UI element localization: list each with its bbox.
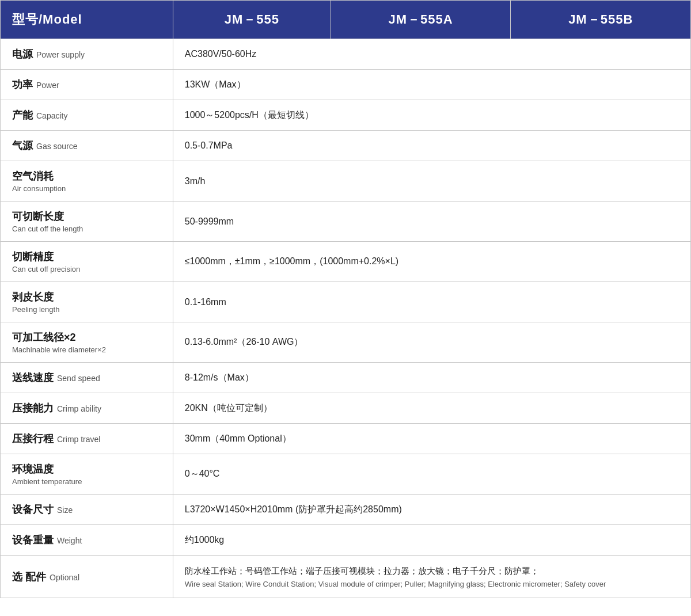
label-cell-cut-length: 可切断长度Can cut off the length: [1, 201, 173, 242]
table-row: 送线速度Send speed8-12m/s（Max）: [1, 363, 691, 393]
label-cell-capacity: 产能Capacity: [1, 100, 173, 131]
label-cell-cut-precision: 切断精度Can cut off precision: [1, 242, 173, 282]
value-cell-size: L3720×W1450×H2010mm (防护罩升起高约2850mm): [173, 495, 690, 525]
label-cell-gas-source: 气源Gas source: [1, 131, 173, 161]
value-cell-power-supply: AC380V/50-60Hz: [173, 39, 690, 70]
table-row: 设备重量Weight约1000kg: [1, 525, 691, 556]
value-text-air-consumption: 3m/h: [185, 176, 206, 186]
label-zh-optional: 选 配件: [12, 571, 46, 583]
label-zh-ambient-temp: 环境温度: [12, 462, 164, 476]
label-cell-power-supply: 电源Power supply: [1, 39, 173, 70]
label-zh-wire-diameter: 可加工线径×2: [12, 330, 164, 344]
label-cell-send-speed: 送线速度Send speed: [1, 363, 173, 393]
optional-en: Wire seal Station; Wire Conduit Station;…: [185, 580, 606, 588]
label-en-wire-diameter: Machinable wire diameter×2: [12, 345, 164, 354]
label-en-capacity: Capacity: [36, 111, 67, 120]
label-en-weight: Weight: [57, 536, 82, 545]
label-en-peel-length: Peeling length: [12, 305, 164, 314]
value-text-peel-length: 0.1-16mm: [185, 297, 226, 307]
value-text-crimp-ability: 20KN（吨位可定制）: [185, 403, 272, 413]
value-text-gas-source: 0.5-0.7MPa: [185, 140, 233, 150]
label-en-ambient-temp: Ambient temperature: [12, 477, 164, 486]
label-en-crimp-travel: Crimp travel: [57, 435, 100, 444]
label-en-cut-precision: Can cut off precision: [12, 265, 164, 273]
label-zh-capacity: 产能: [12, 109, 33, 121]
value-text-ambient-temp: 0～40°C: [185, 469, 220, 478]
label-cell-crimp-ability: 压接能力Crimp ability: [1, 393, 173, 424]
value-text-power: 13KW（Max）: [185, 79, 246, 89]
value-cell-air-consumption: 3m/h: [173, 161, 690, 201]
label-en-gas-source: Gas source: [36, 142, 78, 151]
table-row: 可切断长度Can cut off the length50-9999mm: [1, 201, 691, 242]
spec-table: 型号/Model JM－555 JM－555A JM－555B 电源Power …: [0, 0, 691, 598]
table-row: 环境温度Ambient temperature0～40°C: [1, 454, 691, 495]
table-row: 设备尺寸SizeL3720×W1450×H2010mm (防护罩升起高约2850…: [1, 495, 691, 525]
value-cell-cut-precision: ≤1000mm，±1mm，≥1000mm，(1000mm+0.2%×L): [173, 242, 690, 282]
label-en-power-supply: Power supply: [36, 50, 85, 59]
label-cell-power: 功率Power: [1, 70, 173, 100]
value-text-weight: 约1000kg: [185, 535, 225, 545]
label-en-optional: Optional: [50, 573, 79, 582]
value-text-send-speed: 8-12m/s（Max）: [185, 372, 254, 382]
label-en-size: Size: [57, 505, 73, 515]
table-row: 产能Capacity1000～5200pcs/H（最短切线）: [1, 100, 691, 131]
table-row: 压接行程Crimp travel30mm（40mm Optional）: [1, 424, 691, 454]
value-cell-capacity: 1000～5200pcs/H（最短切线）: [173, 100, 690, 131]
optional-zh: 防水栓工作站；号码管工作站；端子压接可视模块；拉力器；放大镜；电子千分尺；防护罩…: [185, 566, 539, 576]
label-zh-crimp-ability: 压接能力: [12, 402, 54, 414]
table-row: 选 配件Optional防水栓工作站；号码管工作站；端子压接可视模块；拉力器；放…: [1, 556, 691, 598]
value-cell-wire-diameter: 0.13-6.0mm²（26-10 AWG）: [173, 322, 690, 363]
value-cell-cut-length: 50-9999mm: [173, 201, 690, 242]
label-en-send-speed: Send speed: [57, 374, 100, 383]
table-row: 电源Power supplyAC380V/50-60Hz: [1, 39, 691, 70]
label-cell-weight: 设备重量Weight: [1, 525, 173, 556]
value-cell-weight: 约1000kg: [173, 525, 690, 556]
label-cell-crimp-travel: 压接行程Crimp travel: [1, 424, 173, 454]
value-text-power-supply: AC380V/50-60Hz: [185, 49, 257, 59]
col-jm555b: JM－555B: [511, 1, 691, 39]
value-cell-crimp-travel: 30mm（40mm Optional）: [173, 424, 690, 454]
label-zh-send-speed: 送线速度: [12, 372, 54, 383]
col-jm555a: JM－555A: [331, 1, 511, 39]
label-en-air-consumption: Air consumption: [12, 184, 164, 193]
value-cell-ambient-temp: 0～40°C: [173, 454, 690, 495]
label-en-cut-length: Can cut off the length: [12, 225, 164, 233]
value-cell-power: 13KW（Max）: [173, 70, 690, 100]
value-cell-send-speed: 8-12m/s（Max）: [173, 363, 690, 393]
label-cell-wire-diameter: 可加工线径×2Machinable wire diameter×2: [1, 322, 173, 363]
value-text-cut-precision: ≤1000mm，±1mm，≥1000mm，(1000mm+0.2%×L): [185, 256, 398, 266]
table-row: 可加工线径×2Machinable wire diameter×20.13-6.…: [1, 322, 691, 363]
value-text-wire-diameter: 0.13-6.0mm²（26-10 AWG）: [185, 337, 303, 347]
label-zh-cut-length: 可切断长度: [12, 210, 164, 223]
table-row: 切断精度Can cut off precision≤1000mm，±1mm，≥1…: [1, 242, 691, 282]
label-zh-weight: 设备重量: [12, 534, 54, 546]
model-header: 型号/Model: [1, 1, 173, 39]
table-row: 剥皮长度Peeling length0.1-16mm: [1, 282, 691, 322]
label-zh-cut-precision: 切断精度: [12, 250, 164, 264]
label-zh-crimp-travel: 压接行程: [12, 433, 54, 444]
col-jm555: JM－555: [173, 1, 331, 39]
value-cell-peel-length: 0.1-16mm: [173, 282, 690, 322]
value-cell-optional: 防水栓工作站；号码管工作站；端子压接可视模块；拉力器；放大镜；电子千分尺；防护罩…: [173, 556, 690, 598]
label-cell-peel-length: 剥皮长度Peeling length: [1, 282, 173, 322]
label-zh-peel-length: 剥皮长度: [12, 290, 164, 304]
value-cell-gas-source: 0.5-0.7MPa: [173, 131, 690, 161]
label-cell-optional: 选 配件Optional: [1, 556, 173, 598]
table-row: 气源Gas source0.5-0.7MPa: [1, 131, 691, 161]
label-en-crimp-ability: Crimp ability: [57, 404, 101, 413]
value-text-cut-length: 50-9999mm: [185, 216, 234, 226]
label-en-power: Power: [36, 81, 59, 90]
label-cell-ambient-temp: 环境温度Ambient temperature: [1, 454, 173, 495]
value-text-capacity: 1000～5200pcs/H（最短切线）: [185, 110, 314, 120]
label-cell-air-consumption: 空气消耗Air consumption: [1, 161, 173, 201]
table-row: 空气消耗Air consumption3m/h: [1, 161, 691, 201]
label-zh-power-supply: 电源: [12, 48, 33, 60]
value-text-crimp-travel: 30mm（40mm Optional）: [185, 434, 291, 443]
label-zh-gas-source: 气源: [12, 140, 33, 151]
table-row: 功率Power13KW（Max）: [1, 70, 691, 100]
table-row: 压接能力Crimp ability20KN（吨位可定制）: [1, 393, 691, 424]
label-zh-size: 设备尺寸: [12, 504, 54, 515]
label-cell-size: 设备尺寸Size: [1, 495, 173, 525]
label-zh-air-consumption: 空气消耗: [12, 169, 164, 183]
label-zh-power: 功率: [12, 79, 33, 90]
